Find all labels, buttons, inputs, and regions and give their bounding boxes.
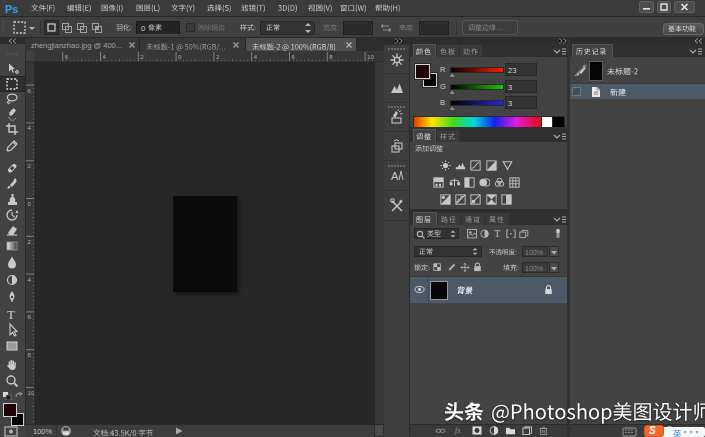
- svg-text:4: 4: [103, 54, 107, 60]
- svg-text:T: T: [7, 307, 15, 322]
- svg-text:8: 8: [28, 352, 32, 358]
- svg-text:2: 2: [140, 54, 144, 60]
- svg-text:4: 4: [254, 54, 258, 60]
- svg-text:6: 6: [28, 314, 32, 320]
- svg-text:0: 0: [178, 54, 182, 60]
- svg-text:A: A: [391, 170, 399, 182]
- svg-text:10: 10: [28, 390, 35, 396]
- svg-text:6: 6: [292, 54, 296, 60]
- svg-text:6: 6: [28, 88, 32, 94]
- svg-text:2: 2: [28, 163, 32, 169]
- svg-text:2: 2: [28, 239, 32, 245]
- svg-text:6: 6: [65, 54, 69, 60]
- svg-text:10: 10: [367, 54, 374, 60]
- svg-text:fx: fx: [455, 426, 461, 435]
- svg-text:8: 8: [329, 54, 333, 60]
- svg-text:4: 4: [28, 125, 32, 131]
- svg-text:0: 0: [28, 201, 32, 207]
- svg-text:2: 2: [216, 54, 220, 60]
- svg-text:T: T: [494, 228, 500, 238]
- svg-text:4: 4: [28, 277, 32, 283]
